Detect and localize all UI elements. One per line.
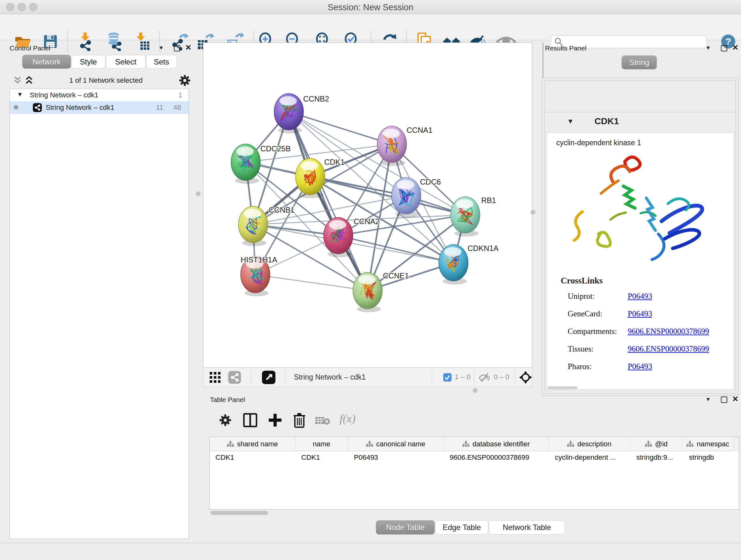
network-selection-status: 1 of 1 Network selected bbox=[42, 76, 170, 84]
bottom-divider-grip[interactable] bbox=[473, 388, 477, 393]
add-column-icon[interactable] bbox=[268, 413, 282, 427]
toolbar-separator bbox=[432, 370, 432, 384]
delete-table-icon bbox=[315, 416, 331, 426]
protein-structure-image bbox=[562, 152, 710, 280]
column-header[interactable]: description bbox=[549, 437, 630, 451]
tab-edge-table[interactable]: Edge Table bbox=[435, 520, 488, 535]
node-CCNA1[interactable] bbox=[377, 126, 407, 166]
network-collection-row[interactable]: ▼ String Network – cdk1 1 bbox=[10, 89, 189, 101]
node-CDC6[interactable] bbox=[392, 178, 421, 217]
selected-checkbox-icon[interactable] bbox=[443, 373, 452, 381]
table-hscrollbar[interactable] bbox=[211, 511, 268, 515]
fit-target-icon[interactable] bbox=[519, 371, 532, 384]
edge-CCNB2-CCNE1[interactable] bbox=[289, 112, 367, 291]
column-label: name bbox=[313, 440, 330, 448]
control-panel-float-icon[interactable] bbox=[174, 45, 180, 51]
left-divider-grip[interactable] bbox=[196, 192, 200, 196]
table-panel-close-icon[interactable]: ✕ bbox=[732, 395, 738, 403]
network-canvas[interactable]: CCNB2CCNA1CDC25BCDK1CDC6RB1CCNB1CCNA2CDK… bbox=[203, 43, 532, 368]
column-header[interactable]: name bbox=[295, 437, 348, 451]
table-row[interactable]: CDK1 CDK1 P06493 9606.ENSP00000378699 cy… bbox=[210, 451, 739, 464]
cell-namespace[interactable]: stringdb bbox=[683, 451, 734, 464]
tab-string[interactable]: String bbox=[622, 56, 657, 69]
right-divider-grip[interactable] bbox=[531, 210, 535, 214]
crosslink-link[interactable]: 9606.ENSP00000378699 bbox=[628, 345, 709, 354]
control-panel-menu-icon[interactable]: ▾ bbox=[159, 44, 163, 51]
delete-column-icon[interactable] bbox=[292, 413, 307, 428]
selected-count: 1 – 0 bbox=[455, 373, 470, 381]
string-network-icon bbox=[33, 103, 42, 112]
collection-expand-icon[interactable]: ▼ bbox=[17, 91, 23, 98]
network-options-gear-icon[interactable] bbox=[179, 74, 191, 86]
tab-network-table[interactable]: Network Table bbox=[489, 520, 565, 535]
tab-network[interactable]: Network bbox=[22, 55, 71, 69]
tab-node-table[interactable]: Node Table bbox=[376, 520, 434, 535]
column-label: database identifier bbox=[473, 440, 530, 448]
cell-id[interactable]: stringdb:9... bbox=[630, 451, 683, 464]
edge-CCNA2-CDKN1A[interactable] bbox=[338, 236, 454, 263]
crosslink-label: Tissues: bbox=[568, 345, 594, 353]
results-panel-float-icon[interactable] bbox=[721, 45, 727, 51]
network-status-dot bbox=[14, 105, 18, 110]
window-title: Session: New Session bbox=[0, 3, 741, 12]
node-CCNE1[interactable] bbox=[353, 272, 382, 312]
node-label-CCNE1: CCNE1 bbox=[383, 271, 409, 280]
column-header[interactable]: @id bbox=[630, 437, 683, 451]
cell-canonical-name[interactable]: P06493 bbox=[348, 451, 444, 464]
column-type-icon bbox=[567, 441, 574, 447]
cell-database-identifier[interactable]: 9606.ENSP00000378699 bbox=[444, 451, 549, 464]
column-header[interactable]: shared name bbox=[210, 437, 295, 451]
results-buttons-box bbox=[545, 80, 736, 112]
column-header[interactable]: namespac bbox=[683, 437, 733, 451]
edge-HIST1H1A-CCNE1[interactable] bbox=[255, 274, 367, 291]
column-label: namespac bbox=[697, 440, 729, 448]
results-panel-menu-icon[interactable]: ▾ bbox=[706, 44, 710, 51]
table-panel: Table Panel ▾ ✕ bbox=[203, 393, 741, 541]
table-vscrollbar[interactable] bbox=[733, 437, 739, 451]
node-CCNB2[interactable] bbox=[274, 94, 304, 133]
show-columns-icon[interactable] bbox=[243, 413, 257, 427]
table-header-row: shared name name canonical name database… bbox=[210, 437, 739, 451]
column-label: shared name bbox=[237, 440, 278, 448]
crosslink-label: Uniprot: bbox=[568, 292, 595, 300]
crosslink-row: Compartments: bbox=[568, 327, 617, 336]
node-CDKN1A[interactable] bbox=[439, 245, 468, 285]
node-CDC25B[interactable] bbox=[231, 144, 260, 184]
network-row-selected[interactable]: String Network – cdk1 11 48 bbox=[10, 101, 189, 114]
crosslink-link[interactable]: P06493 bbox=[628, 292, 652, 301]
cdk1-section-title: CDK1 bbox=[595, 116, 619, 126]
tab-sets[interactable]: Sets bbox=[146, 55, 177, 69]
tab-style[interactable]: Style bbox=[71, 55, 105, 69]
control-panel-close-icon[interactable]: ✕ bbox=[185, 43, 192, 52]
node-CCNB1[interactable] bbox=[239, 206, 268, 246]
table-gear-icon[interactable] bbox=[219, 414, 232, 427]
crosslink-link[interactable]: P06493 bbox=[628, 309, 652, 318]
collapse-all-icon[interactable] bbox=[12, 76, 23, 85]
table-panel-float-icon[interactable] bbox=[721, 396, 727, 403]
results-panel-close-icon[interactable]: ✕ bbox=[732, 43, 738, 52]
open-in-window-icon[interactable] bbox=[262, 371, 275, 384]
protein-description: cyclin-dependent kinase 1 bbox=[556, 138, 641, 147]
cell-name[interactable]: CDK1 bbox=[295, 451, 348, 464]
table-toolbar: f(x) bbox=[205, 409, 739, 432]
column-header[interactable]: database identifier bbox=[444, 437, 549, 451]
birdseye-share-icon[interactable] bbox=[228, 371, 241, 384]
expand-all-icon[interactable] bbox=[23, 76, 35, 85]
network-graph[interactable]: CCNB2CCNA1CDC25BCDK1CDC6RB1CCNB1CCNA2CDK… bbox=[203, 43, 532, 368]
cell-shared-name[interactable]: CDK1 bbox=[210, 451, 295, 464]
grid-view-icon[interactable] bbox=[210, 372, 221, 383]
network-node-count: 11 bbox=[156, 104, 163, 112]
edge-CCNB2-CCNA1[interactable] bbox=[289, 112, 392, 144]
column-header[interactable]: canonical name bbox=[348, 437, 444, 451]
crosslink-row: Pharos: bbox=[568, 362, 592, 371]
crosslink-link[interactable]: 9606.ENSP00000378699 bbox=[628, 327, 709, 336]
table-panel-menu-icon[interactable]: ▾ bbox=[706, 395, 710, 403]
cdk1-collapse-icon[interactable]: ▼ bbox=[567, 118, 574, 125]
crosslink-row: GeneCard: bbox=[568, 309, 602, 318]
crosslink-link[interactable]: P06493 bbox=[628, 362, 652, 371]
node-RB1[interactable] bbox=[451, 197, 480, 237]
cell-description[interactable]: cyclin-dependent ... bbox=[549, 451, 630, 464]
results-hscrollbar[interactable] bbox=[547, 386, 578, 389]
tab-select[interactable]: Select bbox=[106, 55, 145, 69]
crosslink-label: Compartments: bbox=[568, 327, 617, 335]
